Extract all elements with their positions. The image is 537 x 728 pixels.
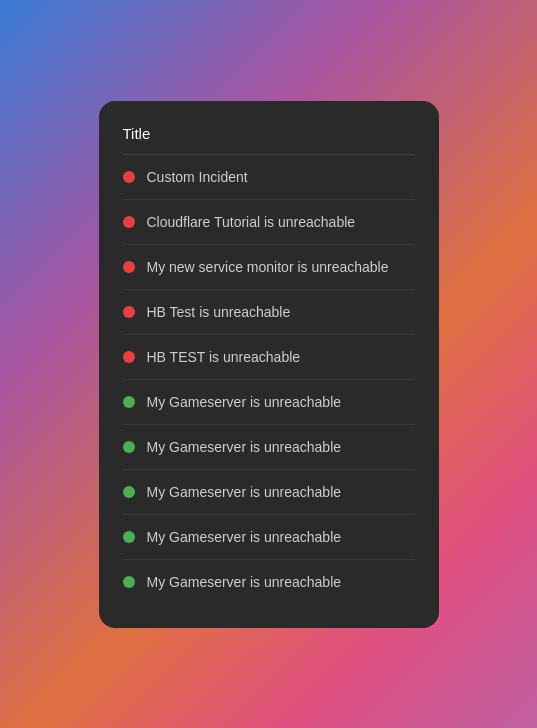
incidents-card: Title Custom IncidentCloudflare Tutorial… [99, 101, 439, 628]
list-item[interactable]: My Gameserver is unreachable [123, 470, 415, 515]
incident-title: HB Test is unreachable [147, 304, 291, 320]
incident-title: My Gameserver is unreachable [147, 484, 342, 500]
status-green-icon [123, 441, 135, 453]
list-item[interactable]: HB Test is unreachable [123, 290, 415, 335]
incident-title: My Gameserver is unreachable [147, 574, 342, 590]
incident-title: HB TEST is unreachable [147, 349, 301, 365]
status-red-icon [123, 306, 135, 318]
incident-title: My new service monitor is unreachable [147, 259, 389, 275]
status-green-icon [123, 486, 135, 498]
list-item[interactable]: Cloudflare Tutorial is unreachable [123, 200, 415, 245]
incident-title: My Gameserver is unreachable [147, 394, 342, 410]
list-item[interactable]: My Gameserver is unreachable [123, 425, 415, 470]
status-red-icon [123, 351, 135, 363]
list-item[interactable]: Custom Incident [123, 155, 415, 200]
status-green-icon [123, 396, 135, 408]
status-red-icon [123, 216, 135, 228]
incident-title: Cloudflare Tutorial is unreachable [147, 214, 356, 230]
list-item[interactable]: My Gameserver is unreachable [123, 560, 415, 604]
card-header: Title [123, 125, 415, 155]
status-green-icon [123, 531, 135, 543]
status-red-icon [123, 261, 135, 273]
incident-title: My Gameserver is unreachable [147, 529, 342, 545]
list-item[interactable]: My Gameserver is unreachable [123, 515, 415, 560]
status-red-icon [123, 171, 135, 183]
incidents-list: Custom IncidentCloudflare Tutorial is un… [123, 155, 415, 604]
column-title: Title [123, 125, 151, 142]
incident-title: Custom Incident [147, 169, 248, 185]
list-item[interactable]: My new service monitor is unreachable [123, 245, 415, 290]
status-green-icon [123, 576, 135, 588]
incident-title: My Gameserver is unreachable [147, 439, 342, 455]
list-item[interactable]: My Gameserver is unreachable [123, 380, 415, 425]
list-item[interactable]: HB TEST is unreachable [123, 335, 415, 380]
